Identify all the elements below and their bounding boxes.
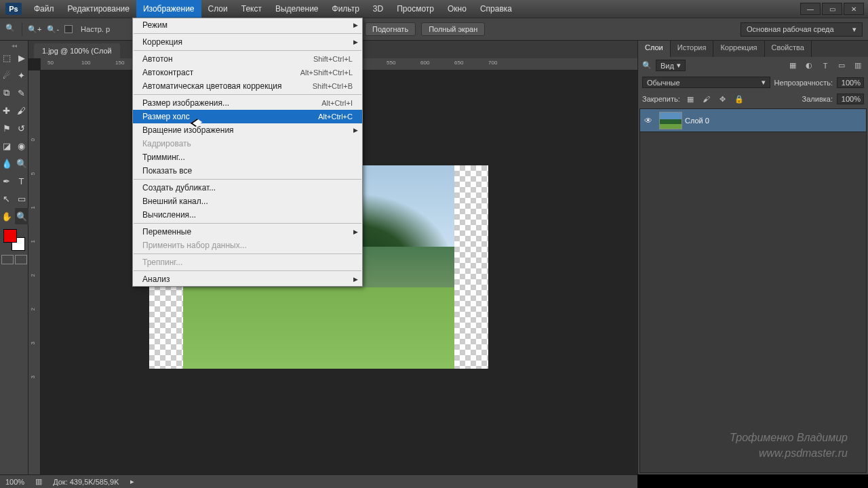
select-tool[interactable]: ▶ (15, 49, 28, 66)
ruler-vertical: 0 5 1 1 2 2 3 3 (28, 70, 41, 474)
menu-item-17[interactable]: Вычисления... (133, 208, 362, 222)
history-brush-tool[interactable]: ↺ (15, 120, 28, 136)
transparency-right (454, 165, 488, 369)
lock-all-icon[interactable]: 🔒 (733, 94, 745, 104)
app-logo: Ps (5, 3, 22, 15)
window-controls: — ▭ ✕ (800, 3, 868, 15)
menu-separator (134, 270, 361, 271)
eyedropper-tool[interactable]: ✎ (15, 85, 28, 101)
minimize-button[interactable]: — (800, 3, 821, 15)
menu-item-10[interactable]: Вращение изображения▶ (133, 123, 362, 137)
maximize-button[interactable]: ▭ (822, 3, 842, 15)
menu-item-15[interactable]: Создать дубликат... (133, 181, 362, 195)
text-tool[interactable]: T (15, 173, 28, 189)
color-swatches[interactable] (3, 229, 25, 251)
move-tool[interactable]: ⬚ (0, 49, 14, 66)
zoom-out-icon[interactable]: 🔍- (47, 25, 59, 34)
layer-row[interactable]: 👁 Слой 0 (640, 109, 866, 132)
layer-name[interactable]: Слой 0 (685, 117, 709, 125)
menu-edit[interactable]: Редактирование (61, 0, 136, 18)
opacity-value[interactable]: 100% (837, 77, 864, 88)
lasso-tool[interactable]: ☄ (0, 67, 14, 83)
eraser-tool[interactable]: ◪ (0, 138, 14, 154)
toolbox: ◂◂ ⬚▶ ☄✦ ⧉✎ ✚🖌 ⚑↺ ◪◉ 💧🔍 ✒T ↖▭ ✋🔍 (0, 41, 28, 474)
menu-select[interactable]: Выделение (269, 0, 326, 18)
lock-move-icon[interactable]: ✥ (717, 94, 729, 104)
menu-item-12[interactable]: Тримминг... (133, 150, 362, 164)
wand-tool[interactable]: ✦ (15, 67, 28, 83)
menu-separator (134, 253, 361, 254)
layer-kind-select[interactable]: Вид▾ (656, 60, 686, 71)
menu-item-9[interactable]: Размер холсAlt+Ctrl+C (133, 110, 362, 123)
tab-adjustments[interactable]: Коррекция (713, 41, 764, 57)
shape-tool[interactable]: ▭ (15, 190, 28, 207)
heal-tool[interactable]: ✚ (0, 102, 14, 119)
toolbox-handle[interactable]: ◂◂ (2, 42, 26, 49)
zoom-tool[interactable]: 🔍 (15, 208, 28, 224)
filter-shape-icon[interactable]: ▭ (835, 60, 848, 71)
menu-item-2[interactable]: Коррекция▶ (133, 35, 362, 49)
zoom-level[interactable]: 100% (5, 478, 24, 486)
submenu-arrow-icon: ▶ (353, 22, 358, 28)
crop-tool[interactable]: ⧉ (0, 85, 14, 101)
status-bar: 100% ▥ Док: 439,5K/585,9K ▸ (0, 474, 637, 488)
fullscreen-button[interactable]: Полный экран (421, 22, 485, 36)
menu-item-19[interactable]: Переменные▶ (133, 225, 362, 239)
menu-item-22: Треппинг... (133, 256, 362, 269)
menu-item-5[interactable]: АвтоконтрастAlt+Shift+Ctrl+L (133, 66, 362, 79)
menu-item-13[interactable]: Показать все (133, 164, 362, 178)
fit-button[interactable]: Подогнать (365, 22, 416, 36)
fill-label: Заливка: (802, 95, 833, 103)
menu-image[interactable]: Изображение (136, 0, 201, 18)
layer-list: 👁 Слой 0 (639, 108, 867, 473)
workspace-selector[interactable]: Основная рабочая среда▾ (741, 22, 863, 37)
bucket-tool[interactable]: ◉ (15, 138, 28, 154)
tab-layers[interactable]: Слои (638, 41, 671, 57)
menu-filter[interactable]: Фильтр (326, 0, 366, 18)
document-tab[interactable]: 1.jpg @ 100% (Слой (34, 43, 120, 58)
menu-view[interactable]: Просмотр (390, 0, 441, 18)
blend-mode-select[interactable]: Обычные▾ (642, 77, 770, 88)
lock-pixels-icon[interactable]: ▦ (684, 94, 696, 104)
menu-item-16[interactable]: Внешний канал... (133, 195, 362, 208)
menu-item-20: Применить набор данных... (133, 239, 362, 252)
screenmode-icon[interactable] (15, 255, 27, 264)
stamp-tool[interactable]: ⚑ (0, 120, 14, 136)
dodge-tool[interactable]: 🔍 (15, 155, 28, 171)
lock-brush-icon[interactable]: 🖌 (701, 94, 713, 104)
close-button[interactable]: ✕ (844, 3, 864, 15)
menu-item-4[interactable]: АвтотонShift+Ctrl+L (133, 52, 362, 66)
quickmask-icon[interactable] (1, 255, 14, 264)
tab-history[interactable]: История (671, 41, 714, 57)
hand-tool[interactable]: ✋ (0, 208, 14, 224)
zoom-in-icon[interactable]: 🔍+ (28, 25, 41, 34)
menu-text[interactable]: Текст (235, 0, 269, 18)
tab-properties[interactable]: Свойства (765, 41, 812, 57)
pen-tool[interactable]: ✒ (0, 173, 14, 189)
resize-label: Настр. р (81, 25, 110, 33)
blur-tool[interactable]: 💧 (0, 155, 14, 171)
filter-image-icon[interactable]: ▦ (787, 60, 799, 71)
filter-text-icon[interactable]: T (819, 60, 831, 71)
chevron-right-icon[interactable]: ▸ (130, 477, 134, 486)
path-tool[interactable]: ↖ (0, 190, 14, 207)
menu-file[interactable]: Файл (27, 0, 61, 18)
menu-help[interactable]: Справка (473, 0, 519, 18)
search-icon: 🔍 (642, 61, 652, 70)
resize-checkbox[interactable] (64, 25, 73, 33)
filter-smart-icon[interactable]: ▥ (852, 60, 864, 71)
menu-window[interactable]: Окно (441, 0, 473, 18)
menu-item-24[interactable]: Анализ▶ (133, 272, 362, 286)
visibility-icon[interactable]: 👁 (640, 116, 656, 125)
fill-value[interactable]: 100% (837, 94, 864, 104)
menu-item-6[interactable]: Автоматическая цветовая коррекцияShift+C… (133, 79, 362, 93)
zoom-tool-icon: 🔍 (5, 24, 16, 35)
filter-adjust-icon[interactable]: ◐ (803, 60, 815, 71)
menu-3d[interactable]: 3D (366, 0, 390, 18)
menu-layers[interactable]: Слои (201, 0, 235, 18)
menu-item-0[interactable]: Режим▶ (133, 18, 362, 32)
menu-item-8[interactable]: Размер изображения...Alt+Ctrl+I (133, 96, 362, 110)
brush-tool[interactable]: 🖌 (15, 102, 28, 119)
layer-thumbnail[interactable] (659, 112, 682, 129)
lock-row: Закрепить: ▦ 🖌 ✥ 🔒 Заливка: 100% (638, 91, 868, 107)
